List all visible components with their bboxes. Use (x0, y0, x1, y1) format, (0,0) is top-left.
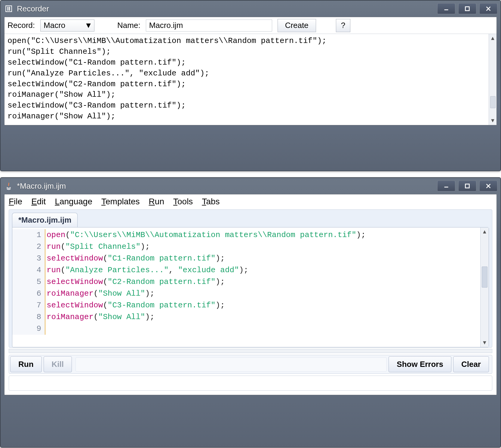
code-content: run("Analyze Particles...", "exclude add… (45, 264, 248, 276)
line-number: 7 (12, 300, 45, 311)
menu-tools[interactable]: Tools (173, 197, 193, 206)
code-line: 2run("Split Channels"); (12, 241, 479, 253)
editor-title: *Macro.ijm.ijm (17, 181, 437, 191)
maximize-button[interactable] (458, 3, 476, 14)
menu-edit[interactable]: Edit (31, 197, 46, 206)
code-content: run("Split Channels"); (45, 241, 150, 253)
scroll-thumb[interactable] (482, 267, 487, 288)
line-number: 4 (12, 264, 45, 276)
code-content (45, 323, 47, 335)
menu-language[interactable]: Language (55, 197, 92, 206)
editor-window: *Macro.ijm.ijm FileEditLanguageTemplates… (0, 177, 501, 448)
recorder-titlebar[interactable]: Recorder (1, 1, 500, 17)
code-content: selectWindow("C3-Random pattern.tif"); (45, 300, 225, 311)
close-button[interactable] (479, 181, 497, 191)
tab-label: *Macro.ijm.ijm (18, 215, 71, 224)
clear-button[interactable]: Clear (453, 356, 489, 372)
recorder-title: Recorder (17, 4, 437, 14)
recorder-toolbar: Record: Macro ▼ Name: Create ? (5, 17, 496, 34)
editor-titlebar[interactable]: *Macro.ijm.ijm (1, 178, 500, 194)
svg-rect-9 (466, 184, 469, 188)
code-line: 8roiManager("Show All"); (12, 311, 479, 323)
code-line: 9 (12, 323, 479, 335)
scroll-down-icon[interactable]: ▼ (490, 117, 496, 124)
imagej-icon (5, 5, 13, 13)
line-number: 8 (12, 311, 45, 323)
record-type-combo[interactable]: Macro ▼ (40, 20, 94, 32)
close-button[interactable] (479, 3, 497, 14)
scroll-down-icon[interactable]: ▼ (481, 340, 489, 346)
record-label: Record: (8, 21, 35, 30)
minimize-button[interactable] (437, 3, 455, 14)
code-line: 4run("Analyze Particles...", "exclude ad… (12, 264, 479, 276)
code-editor[interactable]: 1open("C:\\Users\\MiMB\\Automatization m… (12, 227, 489, 337)
menu-templates[interactable]: Templates (101, 197, 140, 206)
code-line: 3selectWindow("C1-Random pattern.tif"); (12, 253, 479, 264)
code-line: 5selectWindow("C2-Random pattern.tif"); (12, 276, 479, 288)
code-content: selectWindow("C1-Random pattern.tif"); (45, 253, 225, 264)
output-console[interactable] (9, 376, 492, 391)
code-content: roiManager("Show All"); (45, 288, 155, 300)
run-button[interactable]: Run (10, 356, 42, 372)
code-line: 1open("C:\\Users\\MiMB\\Automatization m… (12, 229, 479, 241)
show-errors-button[interactable]: Show Errors (389, 356, 451, 372)
code-line: 6roiManager("Show All"); (12, 288, 479, 300)
splitter[interactable] (9, 349, 492, 353)
recorder-textarea[interactable]: open("C:\\Users\\MiMB\\Automatization ma… (5, 34, 496, 125)
line-number: 3 (12, 253, 45, 264)
editor-scrollbar[interactable]: ▲ ▼ (480, 227, 489, 347)
code-content: open("C:\\Users\\MiMB\\Automatization ma… (45, 229, 366, 241)
code-content: selectWindow("C2-Random pattern.tif"); (45, 276, 225, 288)
recorder-scrollbar[interactable]: ▲ ▼ (489, 34, 496, 125)
line-number: 5 (12, 276, 45, 288)
maximize-button[interactable] (458, 181, 476, 191)
name-label: Name: (117, 21, 140, 30)
editor-menubar: FileEditLanguageTemplatesRunToolsTabs (5, 194, 496, 209)
line-number: 2 (12, 241, 45, 253)
svg-rect-5 (466, 7, 469, 11)
svg-rect-0 (6, 6, 12, 12)
code-content: roiManager("Show All"); (45, 311, 155, 323)
kill-button[interactable]: Kill (44, 356, 72, 372)
scroll-thumb[interactable] (490, 96, 496, 108)
tab-macro[interactable]: *Macro.ijm.ijm (12, 213, 78, 227)
help-button[interactable]: ? (336, 19, 350, 32)
menu-tabs[interactable]: Tabs (202, 197, 220, 206)
minimize-button[interactable] (437, 181, 455, 191)
create-button[interactable]: Create (278, 19, 316, 32)
menu-file[interactable]: File (9, 197, 22, 206)
line-number: 6 (12, 288, 45, 300)
line-number: 1 (12, 229, 45, 241)
menu-run[interactable]: Run (149, 197, 164, 206)
svg-rect-3 (9, 9, 10, 11)
chevron-down-icon: ▼ (85, 21, 92, 30)
svg-rect-2 (9, 7, 10, 10)
record-type-value: Macro (44, 21, 65, 30)
java-icon (5, 182, 13, 190)
status-field (75, 357, 387, 372)
line-number: 9 (12, 323, 45, 335)
scroll-up-icon[interactable]: ▲ (490, 35, 496, 41)
recorder-window: Recorder Record: Macro ▼ Name: Create ? (0, 0, 501, 171)
scroll-up-icon[interactable]: ▲ (481, 229, 489, 235)
code-line: 7selectWindow("C3-Random pattern.tif"); (12, 300, 479, 311)
svg-rect-1 (8, 7, 8, 11)
editor-bottom-bar: Run Kill Show Errors Clear (9, 355, 492, 374)
macro-name-input[interactable] (146, 20, 272, 32)
